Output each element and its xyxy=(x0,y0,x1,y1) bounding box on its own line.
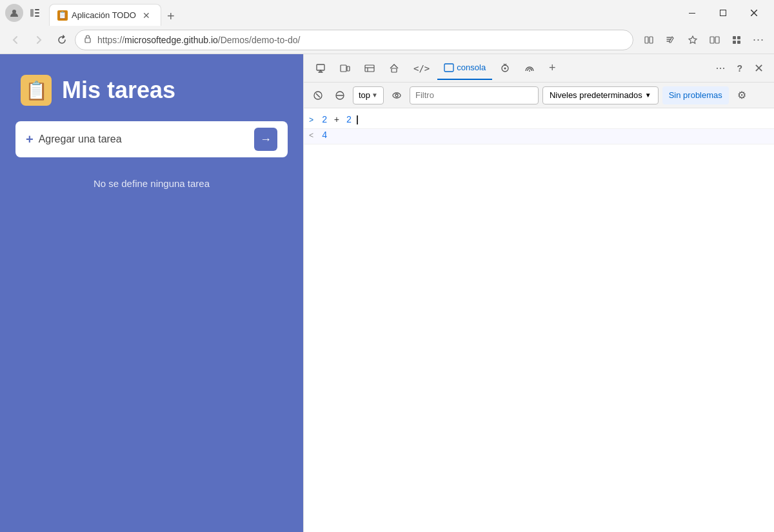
browser-frame: 📋 Aplicación TODO ✕ + xyxy=(0,0,774,532)
minimize-button[interactable] xyxy=(677,3,707,23)
console-output-line: < 4 xyxy=(304,129,774,144)
svg-point-34 xyxy=(395,94,398,97)
svg-rect-2 xyxy=(35,9,39,10)
console-no-issues-label: Sin problemas xyxy=(669,90,722,100)
add-task-submit-button[interactable]: → xyxy=(254,128,277,151)
console-output-arrow: < xyxy=(309,132,319,141)
reader-button[interactable] xyxy=(660,30,681,50)
split-screen-button[interactable] xyxy=(704,30,725,50)
profile-icon[interactable] xyxy=(5,4,23,22)
svg-rect-14 xyxy=(733,36,736,39)
console-settings-button[interactable]: ⚙ xyxy=(733,86,751,104)
address-bar[interactable]: https://microsoftedge.github.io/Demos/de… xyxy=(75,30,633,50)
console-no-issues-button[interactable]: Sin problemas xyxy=(662,86,729,104)
devtools-tab-network[interactable] xyxy=(518,57,541,80)
svg-rect-4 xyxy=(35,15,39,17)
tab-title-text: Aplicación TODO xyxy=(72,10,136,20)
svg-point-33 xyxy=(393,93,401,98)
svg-rect-20 xyxy=(347,66,350,71)
url-scheme: https:// xyxy=(97,35,124,45)
svg-rect-23 xyxy=(444,64,453,72)
svg-rect-5 xyxy=(689,13,695,14)
svg-rect-13 xyxy=(715,37,719,43)
devtools-tab-inspect[interactable] xyxy=(309,57,332,80)
console-expression: 2 + 2 xyxy=(322,115,358,125)
console-clear-button[interactable] xyxy=(309,86,327,104)
close-window-button[interactable] xyxy=(739,3,769,23)
console-operator-plus: + xyxy=(334,115,339,125)
lock-icon xyxy=(83,34,92,45)
console-toolbar: top ▼ Niveles predeterminados ▼ Sin prob… xyxy=(304,83,774,108)
console-cursor xyxy=(357,115,358,124)
console-input-arrow: > xyxy=(309,116,319,125)
devtools-tab-console[interactable]: consola xyxy=(437,57,492,80)
window-controls xyxy=(677,3,769,23)
svg-rect-22 xyxy=(392,68,397,72)
todo-app-title: Mis tareas xyxy=(62,77,175,104)
more-tools-button[interactable]: ··· xyxy=(748,30,769,50)
svg-rect-16 xyxy=(733,41,736,44)
console-content: > 2 + 2 < 4 xyxy=(304,108,774,532)
url-host: microsoftedge.github.io xyxy=(124,35,218,45)
svg-rect-10 xyxy=(645,37,648,43)
svg-rect-11 xyxy=(650,37,653,43)
svg-rect-21 xyxy=(365,65,374,72)
svg-rect-1 xyxy=(30,9,34,17)
console-number-2: 2 xyxy=(322,115,327,125)
content-area: 📋 Mis tareas + Agregar una tarea → No se… xyxy=(0,54,774,532)
devtools-tab-code[interactable]: </> xyxy=(407,57,436,80)
console-tab-label: consola xyxy=(457,63,486,72)
svg-line-30 xyxy=(316,94,320,97)
devtools-toolbar: </> consola + ··· ? ✕ xyxy=(304,54,774,83)
svg-rect-18 xyxy=(317,64,324,70)
devtools-tab-more[interactable]: + xyxy=(542,57,562,80)
console-block-button[interactable] xyxy=(331,86,349,104)
add-task-plus-icon: + xyxy=(26,132,34,147)
svg-rect-3 xyxy=(35,12,39,14)
reading-view-button[interactable] xyxy=(639,30,659,50)
svg-rect-6 xyxy=(720,10,726,16)
add-task-input[interactable]: Agregar una tarea xyxy=(39,133,254,145)
maximize-button[interactable] xyxy=(708,3,738,23)
browser-collections-button[interactable] xyxy=(726,30,747,50)
forward-button[interactable] xyxy=(28,30,49,50)
tabs-area: 📋 Aplicación TODO ✕ + xyxy=(46,0,675,26)
url-text: https://microsoftedge.github.io/Demos/de… xyxy=(97,35,625,45)
console-levels-chevron: ▼ xyxy=(645,92,651,99)
devtools-panel: </> consola + ··· ? ✕ xyxy=(303,54,774,532)
devtools-help-button[interactable]: ? xyxy=(731,61,748,76)
devtools-tab-devices[interactable] xyxy=(333,57,357,80)
nav-bar: https://microsoftedge.github.io/Demos/de… xyxy=(0,26,774,54)
todo-header: 📋 Mis tareas xyxy=(0,54,303,121)
svg-rect-15 xyxy=(737,36,740,39)
console-eye-button[interactable] xyxy=(388,86,406,104)
console-context-chevron: ▼ xyxy=(372,92,378,99)
svg-rect-19 xyxy=(341,65,346,72)
empty-tasks-message: No se define ninguna tarea xyxy=(0,178,303,189)
svg-rect-12 xyxy=(710,37,714,43)
svg-rect-9 xyxy=(85,38,90,43)
add-task-area: + Agregar una tarea → xyxy=(15,121,288,157)
devtools-tab-elements[interactable] xyxy=(358,57,381,80)
console-levels-dropdown[interactable]: Niveles predeterminados ▼ xyxy=(542,86,659,104)
devtools-close-button[interactable]: ✕ xyxy=(749,59,769,78)
devtools-tab-debugger[interactable] xyxy=(493,57,517,80)
console-context-label: top xyxy=(359,90,370,100)
console-input-line: > 2 + 2 xyxy=(304,113,774,129)
refresh-button[interactable] xyxy=(52,30,72,50)
console-result-value: 4 xyxy=(322,130,327,141)
active-tab[interactable]: 📋 Aplicación TODO ✕ xyxy=(49,4,161,26)
title-bar: 📋 Aplicación TODO ✕ + xyxy=(0,0,774,26)
back-button[interactable] xyxy=(5,30,26,50)
console-context-selector[interactable]: top ▼ xyxy=(353,86,384,104)
favorites-button[interactable] xyxy=(682,30,703,50)
console-number-2b: 2 xyxy=(346,115,352,125)
tab-close-button[interactable]: ✕ xyxy=(140,9,153,22)
url-path: /Demos/demo-to-do/ xyxy=(218,35,301,45)
new-tab-button[interactable]: + xyxy=(161,6,181,26)
devtools-more-button[interactable]: ··· xyxy=(710,59,730,77)
sidebar-toggle-button[interactable] xyxy=(26,4,44,22)
svg-point-27 xyxy=(504,67,506,69)
devtools-tab-home[interactable] xyxy=(382,57,406,80)
console-filter-input[interactable] xyxy=(410,86,539,104)
